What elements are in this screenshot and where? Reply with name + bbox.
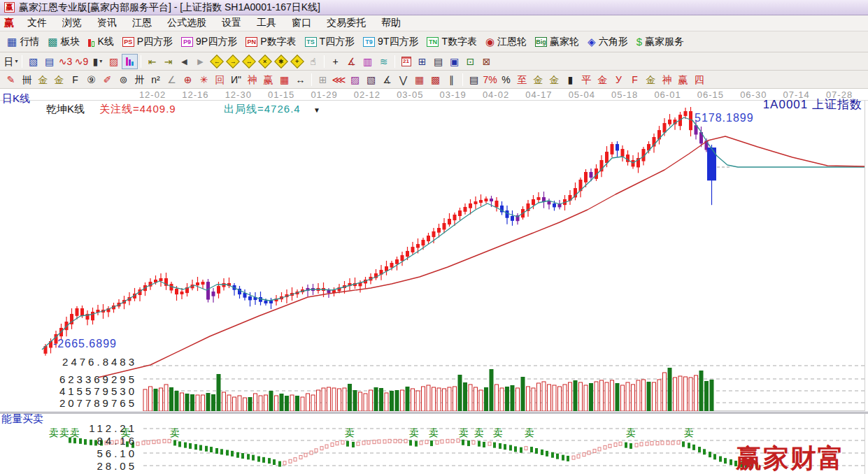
gold-circle-icon[interactable]: 金 (530, 72, 546, 87)
star-burst-icon[interactable]: ✳ (196, 72, 212, 87)
nine-p-square-button[interactable]: P99P四方形 (177, 34, 241, 50)
save-icon[interactable]: ▣ (446, 54, 462, 69)
brush-icon[interactable]: ✎ (3, 72, 19, 87)
red-grid2-icon[interactable]: ▩ (427, 72, 443, 87)
hand-tool-icon[interactable]: ☝ (305, 54, 321, 69)
last-bar-icon[interactable]: ⇥ (160, 54, 176, 69)
computer-icon[interactable]: ⊠ (478, 54, 495, 69)
fan-box2-icon[interactable]: ▧ (363, 72, 379, 87)
menu-item-7[interactable]: 窗口 (284, 17, 319, 29)
winner-service-button[interactable]: $赢家服务 (632, 34, 688, 50)
nine-t-square-button[interactable]: T99T四方形 (359, 34, 422, 50)
percent-icon[interactable]: % (498, 72, 514, 87)
p-number-button[interactable]: PNP数字表 (241, 34, 300, 50)
panel-separator[interactable] (0, 411, 868, 414)
fibo-f-icon[interactable]: F (67, 72, 83, 87)
grid-123-icon[interactable]: ▦ (276, 72, 292, 87)
export-image-icon[interactable]: ⊡ (462, 54, 478, 69)
diamond-right-icon[interactable]: → (225, 54, 241, 69)
crosshair-tool-icon[interactable]: + (327, 54, 343, 69)
trend-angles-icon[interactable]: ∡ (379, 72, 395, 87)
gold-box-icon[interactable]: 金 (595, 72, 611, 87)
box-tool-icon[interactable]: ⊞ (315, 72, 331, 87)
kline-plot[interactable] (0, 89, 868, 474)
y-diagonal-icon[interactable]: У (611, 72, 627, 87)
ping-wave-icon[interactable]: 平 (578, 72, 595, 87)
diamond-cross-icon[interactable]: + (289, 54, 305, 69)
chart-area[interactable]: 12-0212-1612-3001-1501-2902-1203-0503-19… (0, 89, 868, 474)
p-square-button[interactable]: PSP四方形 (118, 34, 177, 50)
draw-line-icon[interactable]: ≋ (376, 54, 392, 69)
zigzag-icon[interactable]: ⋁ (395, 72, 411, 87)
gann-fan-icon[interactable]: ⋘ (331, 72, 347, 87)
chip-distribution-icon[interactable]: ▥ (360, 54, 376, 69)
t-square-button[interactable]: TST四方形 (301, 34, 360, 50)
n-squared-icon[interactable]: n² (148, 72, 164, 87)
fan-box-icon[interactable]: ▨ (347, 72, 363, 87)
menu-item-9[interactable]: 帮助 (373, 17, 408, 29)
diamond-hexpand-icon[interactable]: ↔ (241, 54, 257, 69)
diamond-left-icon[interactable]: ← (208, 54, 225, 69)
menu-item-3[interactable]: 江恩 (124, 17, 159, 29)
menu-item-0[interactable]: 文件 (20, 17, 55, 29)
f-diagonal-icon[interactable]: F (627, 72, 643, 87)
prev-bar-icon[interactable]: ◄ (176, 54, 192, 69)
red-grid-icon[interactable]: ▦ (411, 72, 427, 87)
spiral-nine-icon[interactable]: ⑨ (83, 72, 99, 87)
menu-item-4[interactable]: 公式选股 (159, 17, 214, 29)
period-day-dropdown[interactable]: 日▾ (3, 54, 19, 69)
menu-item-8[interactable]: 交易委托 (319, 17, 373, 29)
t-number-button[interactable]: TNT数字表 (422, 34, 481, 50)
next-bar-icon[interactable]: ► (192, 54, 208, 69)
gold-ratio2-icon[interactable]: 金 (51, 72, 67, 87)
hexagon-button[interactable]: ◈六角形 (583, 34, 632, 50)
shen-tool-icon[interactable]: 神 (244, 72, 260, 87)
menu-item-1[interactable]: 浏览 (55, 17, 90, 29)
gann-wheel-button[interactable]: ◉江恩轮 (481, 34, 531, 50)
square-spiral-icon[interactable]: 回 (212, 72, 228, 87)
overview-icon[interactable]: ▧ (25, 54, 41, 69)
ying-diagonal-icon[interactable]: 赢 (675, 72, 691, 87)
diamond-burst-icon[interactable]: ✱ (273, 54, 289, 69)
zhi-line-icon[interactable]: 至 (514, 72, 530, 87)
indicator-dropdown-icon[interactable]: ▼ (313, 106, 320, 114)
kline-button[interactable]: K线 (84, 34, 118, 50)
calculator-icon[interactable]: ⊞ (414, 54, 430, 69)
n-wave-icon[interactable]: И" (228, 72, 244, 87)
candle-type-dropdown[interactable]: ▮▾ (90, 54, 106, 69)
parallel-lines-icon[interactable]: ∥ (443, 72, 460, 87)
color-histogram-icon[interactable] (122, 54, 138, 69)
news-doc-icon[interactable]: ▤ (41, 54, 57, 69)
memo-icon[interactable]: ▤ (430, 54, 446, 69)
diamond-compress-icon[interactable]: × (257, 54, 273, 69)
measure-icon[interactable]: ∡ (343, 54, 360, 69)
menu-item-2[interactable]: 资讯 (90, 17, 124, 29)
percent7-icon[interactable]: 7% (482, 72, 498, 87)
angle-tool-icon[interactable]: ∠ (164, 72, 180, 87)
winner-wheel-button[interactable]: Big赢家轮 (531, 34, 583, 50)
qiankun-frame-icon[interactable]: ▨ (106, 54, 122, 69)
price-scale-icon[interactable]: ▤ (466, 72, 482, 87)
target-icon[interactable]: ⊕ (180, 72, 196, 87)
red-pen-icon[interactable]: ✐ (99, 72, 115, 87)
ratio-lines-icon[interactable]: 卅 (131, 72, 148, 87)
quotes-button[interactable]: ▦行情 (3, 34, 43, 50)
first-bar-icon[interactable]: ⇤ (144, 54, 160, 69)
shen-diagonal-icon[interactable]: 神 (659, 72, 675, 87)
si-tool-icon[interactable]: 四 (691, 72, 707, 87)
ying-tool-icon[interactable]: 赢 (260, 72, 276, 87)
minute3-chart-icon[interactable]: ∿3 (57, 54, 73, 69)
hline-grid-icon[interactable]: 卌 (19, 72, 35, 87)
span-arrows-icon[interactable]: ↔ (292, 72, 308, 87)
gold-diagonal-icon[interactable]: 金 (643, 72, 659, 87)
menu-item-6[interactable]: 工具 (249, 17, 284, 29)
gann-circle-icon[interactable]: ⊚ (115, 72, 131, 87)
gold-line-icon[interactable]: 金 (546, 72, 562, 87)
menu-item-5[interactable]: 设置 (214, 17, 249, 29)
candle-flag-icon[interactable]: ▮ (562, 72, 578, 87)
calendar-icon[interactable]: 21 (398, 54, 414, 69)
gold-ratio-icon[interactable]: 金 (35, 72, 51, 87)
toolbar-separator (324, 55, 325, 68)
minute9-chart-icon[interactable]: ∿9 (73, 54, 90, 69)
sectors-button[interactable]: ▩板块 (43, 34, 84, 50)
